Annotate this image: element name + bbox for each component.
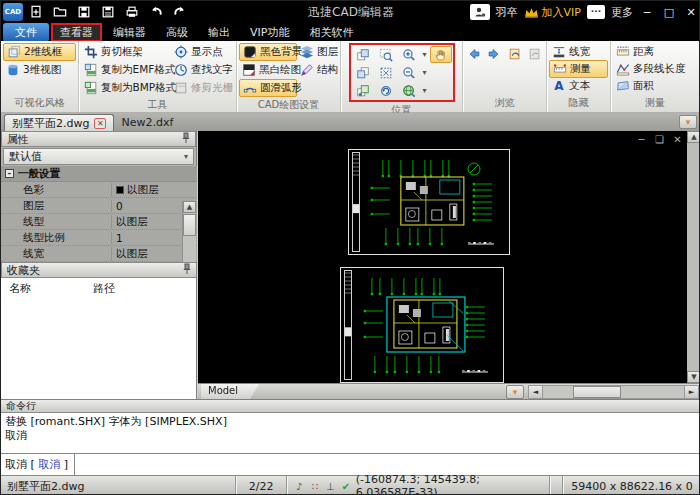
zoom-global-dropdown[interactable]: ▾	[421, 86, 429, 95]
more-menu-button[interactable]: 更多	[611, 5, 633, 20]
previous-view-button[interactable]	[465, 45, 483, 62]
send-backward-button[interactable]	[352, 64, 374, 81]
page-back-button[interactable]	[506, 45, 524, 62]
pin-icon[interactable]	[183, 263, 191, 278]
doctab-active[interactable]: 别墅平面2.dwg ✕	[4, 114, 114, 131]
zoom-out-dropdown[interactable]: ▾	[421, 68, 429, 77]
command-input-field[interactable]	[75, 454, 700, 475]
zoom-out-button[interactable]	[398, 64, 420, 81]
tab-vip-features[interactable]: VIP功能	[241, 24, 298, 41]
property-group-row[interactable]: - 一般设置	[1, 166, 197, 182]
scroll-down-icon[interactable]: ▼	[687, 371, 700, 383]
property-row-linetype-scale[interactable]: 线型比例 1	[1, 230, 197, 246]
scroll-thumb[interactable]	[573, 386, 621, 398]
clip-frame-button[interactable]: 剪切框架	[81, 43, 171, 61]
save-button[interactable]	[73, 3, 95, 21]
ortho-icon[interactable]: ⊥	[325, 481, 337, 492]
canvas-horizontal-scrollbar[interactable]: ◄ ►	[528, 385, 699, 399]
edit-check-icon[interactable]: ✔	[340, 481, 352, 492]
find-text-button[interactable]: 查找文字	[171, 61, 235, 79]
doctab-new2[interactable]: New2.dxf	[114, 114, 180, 131]
trim-raster-button[interactable]: 修剪光栅	[171, 79, 235, 97]
command-option[interactable]: 取消	[38, 458, 60, 471]
new-file-button[interactable]	[25, 3, 47, 21]
print-button[interactable]	[121, 3, 143, 21]
app-window: CAD 迅捷CAD编辑器 羽卒 加入VIP ··· 更多 ─ □ ✕ 文件 查看…	[0, 0, 700, 495]
tab-advanced[interactable]: 高级	[157, 24, 197, 41]
property-row-lineweight[interactable]: 线宽 以图层	[1, 246, 197, 262]
username-label[interactable]: 羽卒	[496, 5, 518, 20]
tab-viewer[interactable]: 查看器	[51, 23, 102, 42]
scroll-left-icon[interactable]: ◄	[529, 386, 543, 398]
command-line-header: 命令行	[1, 400, 700, 413]
minimize-button[interactable]: ─	[639, 6, 655, 19]
mdi-close-button[interactable]: ✕	[672, 134, 683, 145]
bring-forward-button[interactable]	[352, 46, 374, 63]
join-vip-button[interactable]: 加入VIP	[524, 5, 581, 20]
distance-button[interactable]: 距离	[613, 43, 697, 60]
maximize-button[interactable]: □	[661, 6, 677, 19]
zoom-window-button[interactable]	[375, 46, 397, 63]
scroll-right-icon[interactable]: ►	[684, 386, 698, 398]
next-view-button[interactable]	[486, 45, 504, 62]
doctab-list-dropdown[interactable]: ▾	[679, 115, 697, 129]
collapse-icon[interactable]: -	[5, 169, 14, 178]
text-toggle-button[interactable]: A文本	[549, 78, 608, 95]
scroll-up-icon[interactable]: ▲	[183, 201, 196, 213]
tab-file[interactable]: 文件	[3, 23, 49, 42]
zoom-global-button[interactable]	[398, 82, 420, 99]
properties-header: 属性	[1, 131, 196, 147]
smooth-arc-button[interactable]: 圆滑弧形	[239, 79, 297, 97]
favorites-list[interactable]: 名称 路径	[1, 278, 196, 399]
floorplan-sheet-2[interactable]	[340, 267, 504, 383]
zoom-previous-button[interactable]	[375, 82, 397, 99]
copy-emf-button[interactable]: 复制为EMF格式	[81, 61, 171, 79]
mdi-minimize-button[interactable]: ─	[636, 134, 647, 145]
annotation-box-position: ▾ ▾ ▾	[349, 43, 455, 102]
pin-icon[interactable]	[182, 132, 190, 147]
zoom-in-dropdown[interactable]: ▾	[421, 50, 429, 59]
open-file-button[interactable]	[49, 3, 71, 21]
model-tab[interactable]: Model	[201, 384, 259, 399]
black-background-button[interactable]: 黑色背景	[239, 43, 297, 61]
scroll-thumb[interactable]	[183, 214, 196, 236]
view-3d-button[interactable]: 3维视图	[3, 61, 76, 79]
mdi-restore-button[interactable]: ❏	[654, 134, 665, 145]
property-row-layer[interactable]: 图层 0	[1, 198, 197, 214]
show-points-button[interactable]: 显示点	[171, 43, 235, 61]
model-space-view[interactable]: ─ ❏ ✕	[198, 131, 687, 383]
property-row-linetype[interactable]: 线型 以图层	[1, 214, 197, 230]
doctab-close-icon[interactable]: ✕	[94, 118, 106, 129]
line-width-button[interactable]: 线宽	[549, 43, 608, 60]
redo-button[interactable]	[169, 3, 191, 21]
area-button[interactable]: 面积	[613, 78, 697, 95]
floorplan-sheet-1[interactable]	[348, 149, 510, 255]
polyline-length-button[interactable]: 多段线长度	[613, 60, 697, 77]
zoom-in-button[interactable]	[398, 46, 420, 63]
mini-toolbar-icon[interactable]: ···	[587, 5, 605, 19]
wireframe-2d-button[interactable]: 2维线框	[3, 43, 76, 61]
preset-dropdown[interactable]: 默认值▾	[3, 148, 194, 165]
canvas-vertical-scrollbar[interactable]: ▲ ▼	[687, 131, 700, 383]
tab-related-software[interactable]: 相关软件	[300, 24, 362, 41]
property-row-color[interactable]: 色彩 以图层	[1, 182, 197, 198]
save-as-button[interactable]	[97, 3, 119, 21]
measure-toggle-button[interactable]: 测量	[549, 60, 608, 77]
close-button[interactable]: ✕	[683, 6, 699, 19]
page-position-button[interactable]	[352, 82, 374, 99]
layout-list-dropdown[interactable]: ▾	[506, 385, 524, 399]
undo-button[interactable]	[145, 3, 167, 21]
scroll-up-icon[interactable]: ▲	[687, 131, 700, 143]
user-account-icon[interactable]	[470, 4, 490, 20]
snap-grid-icon[interactable]: ∷	[309, 481, 321, 492]
page-forward-button[interactable]	[527, 45, 545, 62]
pan-button[interactable]	[430, 46, 452, 63]
tab-output[interactable]: 输出	[199, 24, 239, 41]
copy-bmp-button[interactable]: 复制为BMP格式	[81, 79, 171, 97]
note-icon[interactable]: ♪	[293, 481, 305, 492]
zoom-extents-button[interactable]	[375, 64, 397, 81]
layers-button[interactable]: 图层	[297, 43, 337, 61]
tab-editor[interactable]: 编辑器	[104, 24, 155, 41]
bw-drawing-button[interactable]: 黑白绘图	[239, 61, 297, 79]
structure-button[interactable]: 结构	[297, 61, 337, 79]
